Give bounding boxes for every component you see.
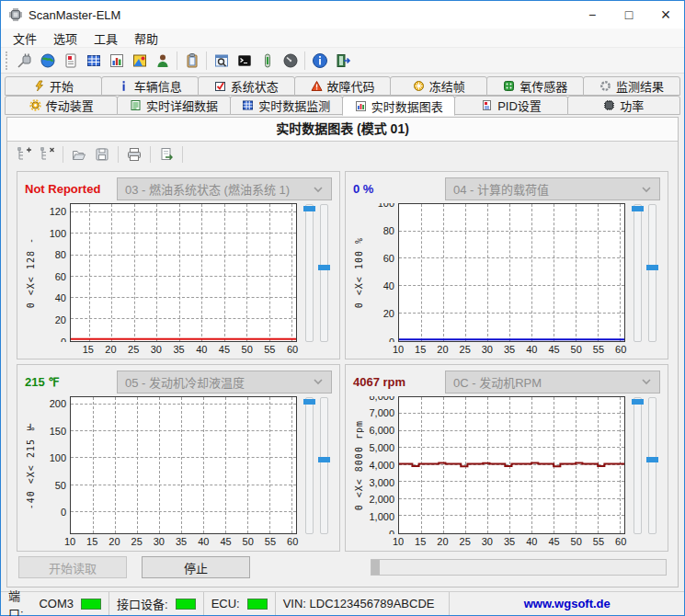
- plot-area: [70, 396, 297, 535]
- pid-selector[interactable]: 05 - 发动机冷却液温度: [117, 371, 332, 394]
- speedometer-button[interactable]: [279, 50, 302, 72]
- tab-row-2: 传动装置 实时详细数据 实时数据监测 实时数据图表 PID设置 功率: [5, 96, 680, 115]
- maximize-button[interactable]: □: [611, 1, 647, 29]
- toolbar-separator: [63, 146, 63, 163]
- x-axis-ticks: 1015202530354045505560: [398, 342, 625, 357]
- website-link[interactable]: www.wgsoft.de: [524, 597, 611, 610]
- sensor-gauge-button[interactable]: [256, 50, 279, 72]
- dashboard-button[interactable]: [128, 50, 151, 72]
- y-axis-range-label: 0 <X< 128 -: [25, 203, 37, 357]
- report-button[interactable]: [59, 50, 82, 72]
- warning-triangle-icon: [311, 80, 323, 92]
- slider-thumb[interactable]: [632, 399, 644, 405]
- slider-thumb[interactable]: [303, 399, 315, 405]
- plug-icon: [17, 52, 33, 69]
- info-icon: [312, 52, 328, 69]
- dashboard-icon: [131, 52, 148, 69]
- port-status-led: [81, 599, 101, 610]
- charts-button[interactable]: [105, 50, 128, 72]
- save-button[interactable]: [91, 143, 113, 165]
- menu-tools[interactable]: 工具: [86, 29, 126, 48]
- pid-page-icon: [481, 99, 493, 111]
- menu-bar: 文件 选项 工具 帮助: [1, 29, 684, 48]
- app-chip-icon: [8, 7, 23, 22]
- language-button[interactable]: [36, 50, 59, 72]
- y-scroll-slider[interactable]: [320, 397, 328, 535]
- stop-button[interactable]: 停止: [142, 556, 250, 578]
- tab-power[interactable]: 功率: [567, 96, 680, 115]
- tab-monitor-results[interactable]: 监测结果: [583, 76, 680, 96]
- globe-icon: [40, 52, 56, 69]
- checkbox-icon: [214, 80, 226, 92]
- data-list-icon: [130, 99, 142, 111]
- search-button[interactable]: [210, 50, 233, 72]
- about-button[interactable]: [308, 50, 331, 72]
- y-scroll-slider[interactable]: [648, 204, 656, 342]
- app-window: ScanMaster-ELM − □ × 文件 选项 工具 帮助: [0, 0, 685, 616]
- remove-pid-button[interactable]: [36, 143, 58, 165]
- tab-live-charts[interactable]: 实时数据图表: [342, 96, 455, 116]
- tab-live-data[interactable]: 实时详细数据: [117, 96, 230, 115]
- o2-sensor-icon: [503, 80, 515, 92]
- y-axis-range-label: -40 <X< 215 ℉: [25, 396, 37, 550]
- slider-thumb[interactable]: [318, 457, 330, 462]
- data-grid-button[interactable]: [82, 50, 105, 72]
- y-zoom-slider[interactable]: [305, 397, 314, 535]
- plot-area: [398, 203, 625, 342]
- slider-thumb[interactable]: [318, 265, 330, 270]
- exit-door-icon: [335, 52, 351, 69]
- tab-live-monitor[interactable]: 实时数据监测: [230, 96, 343, 115]
- codes-button[interactable]: [180, 50, 203, 72]
- export-button[interactable]: [155, 143, 177, 165]
- y-scroll-slider[interactable]: [648, 397, 656, 535]
- open-button[interactable]: [68, 143, 90, 165]
- progress-handle: [371, 560, 380, 575]
- live-charts-frame: 实时数据图表 (模式 01) Not Reported 03 - 燃油: [6, 117, 679, 587]
- menu-options[interactable]: 选项: [45, 29, 86, 48]
- pid-selector[interactable]: 03 - 燃油系统状态 (燃油系统 1): [117, 177, 332, 200]
- menu-file[interactable]: 文件: [5, 29, 45, 48]
- y-scroll-slider[interactable]: [320, 204, 328, 342]
- y-zoom-slider[interactable]: [305, 204, 314, 342]
- print-button[interactable]: [123, 143, 145, 165]
- tab-dtc[interactable]: 故障代码: [294, 76, 392, 96]
- bar-chart-icon: [108, 52, 125, 69]
- connect-button[interactable]: [13, 50, 36, 72]
- y-axis-ticks: 020406080100120: [37, 203, 70, 342]
- slider-thumb[interactable]: [303, 206, 315, 211]
- search-icon: [213, 52, 230, 69]
- slider-thumb[interactable]: [632, 206, 644, 211]
- tab-o2-sensor[interactable]: 氧传感器: [486, 76, 584, 96]
- minimize-button[interactable]: −: [574, 1, 611, 29]
- close-button[interactable]: ×: [647, 1, 684, 29]
- ecu-status-led: [247, 599, 268, 610]
- tab-vehicle-info[interactable]: 车辆信息: [101, 76, 199, 96]
- slider-thumb[interactable]: [646, 265, 658, 270]
- printer-icon: [126, 146, 143, 163]
- tab-pid-settings[interactable]: PID设置: [454, 96, 567, 115]
- interface-status-led: [176, 599, 196, 610]
- slider-thumb[interactable]: [646, 457, 658, 462]
- y-zoom-slider[interactable]: [634, 204, 642, 342]
- tab-freeze-frame[interactable]: 冻结帧: [390, 76, 487, 96]
- tab-drivetrain[interactable]: 传动装置: [5, 96, 118, 115]
- add-pid-button[interactable]: [13, 143, 35, 165]
- menu-help[interactable]: 帮助: [126, 29, 166, 48]
- gauge-icon: [282, 52, 299, 69]
- y-zoom-slider[interactable]: [634, 397, 642, 535]
- tab-system-status[interactable]: 系统状态: [198, 76, 295, 96]
- pid-value: 4067 rpm: [353, 375, 438, 389]
- report-icon: [63, 52, 79, 69]
- window-title: ScanMaster-ELM: [29, 8, 120, 22]
- terminal-button[interactable]: [233, 50, 256, 72]
- tab-start[interactable]: 开始: [5, 76, 102, 96]
- main-area: 实时数据图表 (模式 01) Not Reported 03 - 燃油: [1, 115, 684, 591]
- toolbar-grip[interactable]: [6, 51, 10, 70]
- chip-icon: [603, 99, 615, 111]
- freeze-frame-icon: [413, 80, 425, 92]
- pid-selector[interactable]: 04 - 计算的载荷值: [445, 177, 660, 200]
- pid-selector[interactable]: 0C - 发动机RPM: [445, 371, 660, 394]
- start-reading-button[interactable]: 开始读取: [18, 556, 127, 578]
- exit-button[interactable]: [331, 50, 354, 72]
- vehicle-button[interactable]: [151, 50, 174, 72]
